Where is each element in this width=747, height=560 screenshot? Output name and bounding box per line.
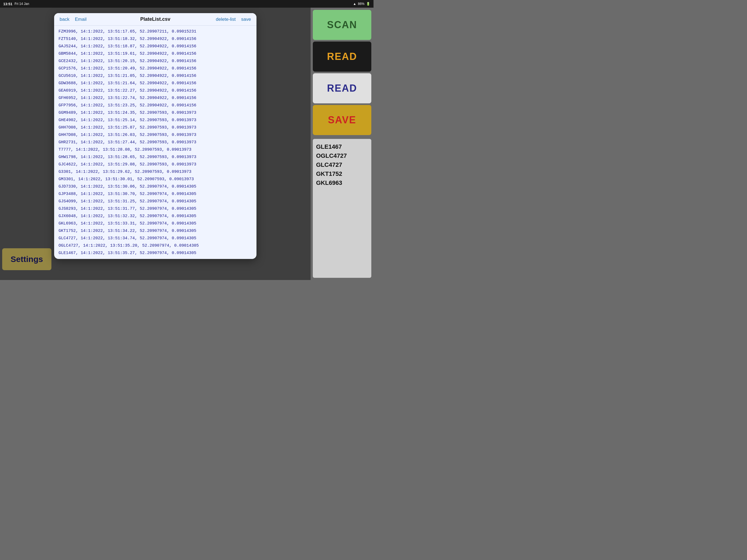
back-button[interactable]: back (60, 17, 70, 22)
plate-entry: GJD7330, 14:1:2022, 13:51:30.06, 52.2090… (58, 183, 252, 190)
read-black-button[interactable]: READ (313, 42, 371, 72)
wifi-icon: ▲ (353, 2, 356, 6)
plate-entry: GKL6963, 14:1:2022, 13:51:33.31, 52.2090… (58, 220, 252, 227)
plate-entry: GDW3688, 14:1:2022, 13:51:21.64, 52.2090… (58, 80, 252, 87)
plate-entry: GEA6919, 14:1:2022, 13:51:22.27, 52.2090… (58, 87, 252, 94)
plate-entry: GAJ5244, 14:1:2022, 13:51:18.87, 52.2090… (58, 43, 252, 50)
plate-entry: FZM3996, 14:1:2022, 13:51:17.65, 52.2090… (58, 28, 252, 35)
plate-entry: GJC4622, 14:1:2022, 13:51:29.08, 52.2090… (58, 161, 252, 168)
recent-plate-item: GLC4727 (316, 160, 368, 169)
modal-header: back Email PlateList.csv delete-list sav… (54, 13, 256, 26)
recent-plate-item: GKT1752 (316, 169, 368, 178)
plate-entry: GFP7956, 14:1:2022, 13:51:23.25, 52.2090… (58, 102, 252, 109)
save-button[interactable]: SAVE (313, 105, 371, 135)
plate-entry: GBM5844, 14:1:2022, 13:51:19.61, 52.2090… (58, 50, 252, 57)
plate-entry: GKT1752, 14:1:2022, 13:51:34.22, 52.2090… (58, 227, 252, 235)
plate-entry: GJS4O99, 14:1:2022, 13:51:31.25, 52.2090… (58, 198, 252, 205)
modal-body[interactable]: FZM3996, 14:1:2022, 13:51:17.65, 52.2090… (54, 26, 256, 259)
plate-entry: FZT5140, 14:1:2022, 13:51:18.32, 52.2090… (58, 35, 252, 43)
plate-entry: T7777, 14:1:2022, 13:51:28.08, 52.209075… (58, 146, 252, 153)
plate-entry: GGM9489, 14:1:2022, 13:51:24.35, 52.2090… (58, 109, 252, 117)
right-panel: SCAN READ READ SAVE GLE1467OGLC4727GLC47… (311, 8, 374, 280)
modal-dialog: back Email PlateList.csv delete-list sav… (54, 13, 256, 259)
read-white-button[interactable]: READ (313, 73, 371, 103)
status-bar: 13:51 Fri 14 Jan ▲ 86% 🔋 (0, 0, 374, 8)
email-button[interactable]: Email (75, 17, 87, 22)
modal-save-button[interactable]: save (241, 17, 251, 22)
status-right: ▲ 86% 🔋 (353, 2, 370, 6)
plate-entry: GHH7D08, 14:1:2022, 13:51:26.03, 52.2090… (58, 131, 252, 138)
plate-entry: GHH7O08, 14:1:2022, 13:51:25.87, 52.2090… (58, 124, 252, 131)
plate-entry: GCE2432, 14:1:2022, 13:51:20.15, 52.2090… (58, 57, 252, 65)
plate-entry: GFH6952, 14:1:2022, 13:51:22.74, 52.2090… (58, 94, 252, 102)
recent-plate-item: OGLC4727 (316, 151, 368, 160)
plate-entry: GLE1467, 14:1:2022, 13:51:35.27, 52.2090… (58, 249, 252, 257)
plate-entry: GCU5610, 14:1:2022, 13:51:21.05, 52.2090… (58, 72, 252, 80)
plate-entry: GHW1798, 14:1:2022, 13:51:28.65, 52.2090… (58, 153, 252, 161)
plate-entry: GM3301, 14:1:2022, 13:51:30.01, 52.20907… (58, 176, 252, 183)
plate-entry: GLC4727, 14:1:2022, 13:51:34.74, 52.2090… (58, 235, 252, 242)
modal-title: PlateList.csv (98, 17, 213, 22)
modal-overlay: back Email PlateList.csv delete-list sav… (0, 8, 311, 280)
plate-entry: G3301, 14:1:2022, 13:51:29.62, 52.209075… (58, 168, 252, 176)
status-time: 13:51 (3, 2, 12, 6)
status-date: Fri 14 Jan (15, 2, 29, 6)
delete-list-button[interactable]: delete-list (216, 17, 236, 22)
battery-level: 86% (358, 2, 364, 6)
plate-entry: GHE4902, 14:1:2022, 13:51:25.14, 52.2090… (58, 117, 252, 124)
scan-button[interactable]: SCAN (313, 10, 371, 40)
plate-entry: GHR2731, 14:1:2022, 13:51:27.44, 52.2090… (58, 138, 252, 146)
plate-entry: GJS8293, 14:1:2022, 13:51:31.77, 52.2090… (58, 205, 252, 212)
modal-header-right: delete-list save (213, 17, 251, 22)
plate-entry: GJP3488, 14:1:2022, 13:51:30.70, 52.2090… (58, 190, 252, 198)
recent-plate-item: GLE1467 (316, 142, 368, 151)
recent-plate-item: GKL6963 (316, 178, 368, 187)
modal-header-left: back Email (60, 17, 98, 22)
battery-icon: 🔋 (366, 2, 370, 6)
plate-entry: GCP1576, 14:1:2022, 13:51:20.49, 52.2090… (58, 65, 252, 72)
plate-entry: OGLC4727, 14:1:2022, 13:51:35.20, 52.209… (58, 242, 252, 249)
plate-entry: GJX6048, 14:1:2022, 13:51:32.32, 52.2090… (58, 212, 252, 220)
recent-plates-panel: GLE1467OGLC4727GLC4727GKT1752GKL6963 (313, 139, 371, 278)
